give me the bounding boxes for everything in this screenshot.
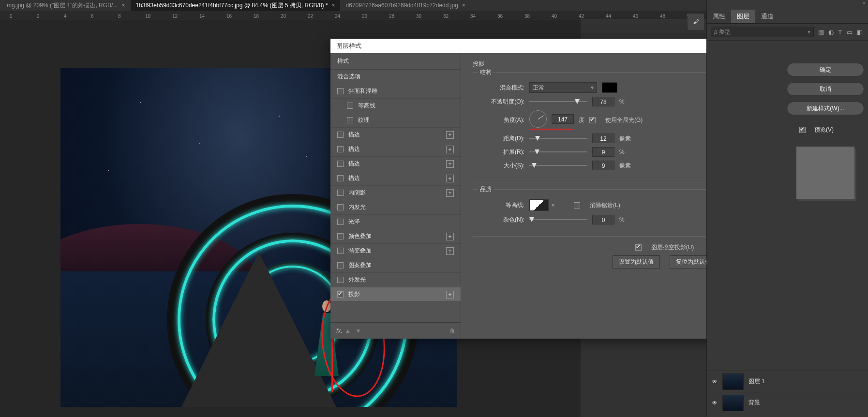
style-item[interactable]: 外发光 [330,273,461,287]
add-effect-icon[interactable]: + [446,175,454,182]
global-light-checkbox[interactable] [589,117,596,123]
style-item[interactable]: 描边+ [330,157,461,171]
style-checkbox[interactable] [337,262,344,268]
layer-row[interactable]: 👁 背景 [707,392,868,413]
tab-layers[interactable]: 图层 [731,10,755,23]
spread-input[interactable]: 9 [592,147,614,157]
style-checkbox[interactable] [337,248,344,254]
shadow-color-swatch[interactable] [602,82,617,93]
layer-name[interactable]: 背景 [748,399,760,407]
style-checkbox[interactable] [337,161,344,167]
styles-header[interactable]: 样式 [330,53,461,70]
angle-input[interactable]: 147 [552,114,574,124]
arrow-up-icon[interactable]: ▲ [345,328,351,334]
brush-panel-icon[interactable]: 🖌 [688,14,704,30]
distance-slider[interactable] [529,135,587,142]
arrow-down-icon[interactable]: ▼ [356,328,361,334]
layer-name[interactable]: 图层 1 [748,377,765,386]
style-checkbox[interactable] [337,277,344,283]
style-item[interactable]: 描边+ [330,142,461,157]
style-checkbox[interactable] [337,190,344,196]
style-checkbox[interactable] [337,291,344,298]
spread-slider[interactable] [529,149,587,155]
filter-text-icon[interactable]: T [838,29,842,36]
ok-button[interactable]: 确定 [787,63,864,76]
add-effect-icon[interactable]: + [446,233,454,240]
visibility-icon[interactable]: 👁 [712,400,718,406]
add-effect-icon[interactable]: + [446,131,454,139]
doc-tab-active[interactable]: 1b3f93eb59d33c670dee241f4bbf77cc.jpg @ 8… [131,0,340,11]
filter-smart-icon[interactable]: ◧ [857,29,863,36]
blend-mode-select[interactable]: 正常 [529,82,597,93]
noise-slider[interactable] [529,216,587,223]
style-item[interactable]: 渐变叠加+ [330,244,461,258]
chevron-down-icon[interactable]: ▾ [552,202,554,208]
knockout-checkbox[interactable] [635,244,642,251]
style-checkbox[interactable] [337,233,344,239]
tab-channels[interactable]: 通道 [755,10,779,23]
add-effect-icon[interactable]: + [446,247,454,255]
add-effect-icon[interactable]: + [446,146,454,153]
style-label: 描边 [348,160,360,168]
add-effect-icon[interactable]: + [446,291,454,298]
fx-icon[interactable]: fx. [336,328,343,334]
doc-tab[interactable]: mg.jpg @ 209% ("图层 1"的外描边, RGB/... × [2,0,130,11]
close-icon[interactable]: × [121,2,125,9]
style-label: 描边 [348,145,360,153]
style-checkbox[interactable] [337,175,344,181]
filter-shape-icon[interactable]: ▭ [847,29,853,36]
new-style-button[interactable]: 新建样式(W)... [787,102,864,115]
style-item[interactable]: 等高线 [330,99,461,113]
style-item[interactable]: 颜色叠加+ [330,229,461,244]
style-item[interactable]: 内阴影+ [330,186,461,200]
style-item[interactable]: 纹理 [330,113,461,128]
blend-options-row[interactable]: 混合选项 [330,70,461,84]
style-item[interactable]: 描边+ [330,128,461,142]
style-checkbox[interactable] [337,219,344,225]
layer-type-filter[interactable]: ρ 类型▾ [711,27,814,37]
style-label: 内发光 [348,203,366,211]
set-default-button[interactable]: 设置为默认值 [613,255,660,268]
style-item[interactable]: 描边+ [330,171,461,186]
style-checkbox[interactable] [347,117,353,123]
angle-dial[interactable] [529,110,547,128]
doc-tab[interactable]: d67094726aa607b9269dd4819c72dedd.jpg × [341,0,470,10]
size-input[interactable]: 9 [592,161,614,170]
trash-icon[interactable]: 🗑 [449,328,455,334]
style-item[interactable]: 图案叠加 [330,258,461,273]
preview-checkbox[interactable] [799,127,806,133]
dialog-action-buttons: 确定 取消 新建样式(W)... 预览(V) [787,63,864,199]
style-item[interactable]: 光泽 [330,215,461,229]
contour-picker[interactable] [529,199,549,211]
add-effect-icon[interactable]: + [446,189,454,197]
opacity-input[interactable]: 78 [592,97,614,106]
noise-input[interactable]: 0 [592,215,614,224]
layer-thumbnail[interactable] [722,373,744,390]
style-label: 图案叠加 [348,261,372,269]
style-item[interactable]: 内发光 [330,200,461,215]
visibility-icon[interactable]: 👁 [712,378,718,385]
antialias-checkbox[interactable] [574,202,580,208]
cancel-button[interactable]: 取消 [787,82,864,96]
style-checkbox[interactable] [337,204,344,210]
contour-label: 等高线: [481,201,524,209]
opacity-slider[interactable] [529,98,587,105]
add-effect-icon[interactable]: + [446,160,454,168]
style-checkbox[interactable] [337,132,344,138]
style-item[interactable]: 投影+ [330,287,461,302]
filter-image-icon[interactable]: ▦ [818,29,824,36]
layer-thumbnail[interactable] [722,395,744,411]
style-item[interactable]: 斜面和浮雕 [330,84,461,99]
style-label: 颜色叠加 [348,232,372,240]
style-checkbox[interactable] [337,146,344,152]
close-icon[interactable]: × [462,2,465,9]
style-checkbox[interactable] [337,88,344,94]
filter-adjust-icon[interactable]: ◐ [828,29,834,36]
panel-collapse-icon[interactable]: « [707,0,868,10]
tab-properties[interactable]: 属性 [707,10,731,23]
distance-input[interactable]: 12 [592,134,614,143]
layer-row[interactable]: 👁 图层 1 [707,371,868,392]
style-checkbox[interactable] [347,103,353,109]
size-slider[interactable] [529,162,587,169]
close-icon[interactable]: × [332,2,335,9]
